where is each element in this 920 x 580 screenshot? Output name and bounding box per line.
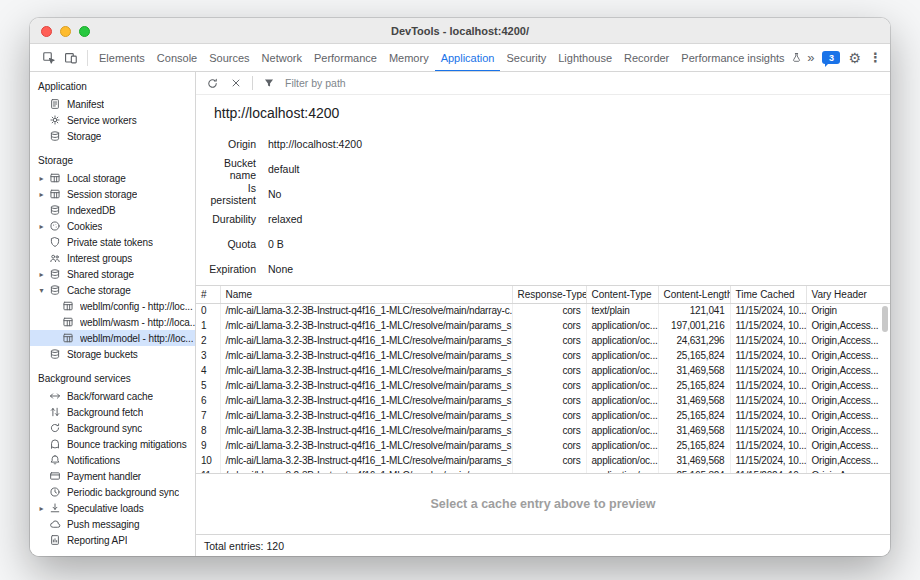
tab-label: Memory xyxy=(389,52,429,64)
table-row[interactable]: 10/mlc-ai/Llama-3.2-3B-Instruct-q4f16_1-… xyxy=(196,453,890,468)
column-header-[interactable]: # xyxy=(196,286,220,303)
column-header-time-cached[interactable]: Time Cached xyxy=(730,286,806,303)
sidebar-item-bounce-tracking-mitigations[interactable]: Bounce tracking mitigations xyxy=(30,436,195,452)
tab-performance[interactable]: Performance xyxy=(308,44,383,72)
sidebar-item-webllm-wasm-http-loca[interactable]: webllm/wasm - http://loca... xyxy=(30,314,195,330)
table-row[interactable]: 9/mlc-ai/Llama-3.2-3B-Instruct-q4f16_1-M… xyxy=(196,438,890,453)
filter-input[interactable]: Filter by path xyxy=(285,77,346,89)
messages-badge[interactable]: 3 xyxy=(822,51,840,64)
clock-icon xyxy=(47,485,62,499)
table-row[interactable]: 6/mlc-ai/Llama-3.2-3B-Instruct-q4f16_1-M… xyxy=(196,393,890,408)
section-title-application: Application xyxy=(30,78,195,96)
column-header-vary-header[interactable]: Vary Header xyxy=(806,286,890,303)
table-scrollbar-thumb[interactable] xyxy=(882,306,888,332)
tab-security[interactable]: Security xyxy=(500,44,552,72)
sidebar-item-periodic-background-sync[interactable]: Periodic background sync xyxy=(30,484,195,500)
chevron-down-icon[interactable]: ▾ xyxy=(36,286,47,295)
document-icon xyxy=(47,97,62,111)
sidebar-item-label: Speculative loads xyxy=(67,503,144,514)
sidebar-item-notifications[interactable]: Notifications xyxy=(30,452,195,468)
database-icon xyxy=(47,347,62,361)
cell-vary-header: Origin,Access... xyxy=(806,423,890,438)
cell-: 8 xyxy=(196,423,220,438)
tab-console[interactable]: Console xyxy=(151,44,203,72)
sidebar-item-background-sync[interactable]: Background sync xyxy=(30,420,195,436)
sidebar-item-background-fetch[interactable]: Background fetch xyxy=(30,404,195,420)
column-header-response-type[interactable]: Response-Type xyxy=(512,286,586,303)
cell-name: /mlc-ai/Llama-3.2-3B-Instruct-q4f16_1-ML… xyxy=(220,303,512,318)
sidebar-item-local-storage[interactable]: ▸Local storage xyxy=(30,170,195,186)
cell-content-length: 24,631,296 xyxy=(658,333,730,348)
tab-sources[interactable]: Sources xyxy=(203,44,255,72)
table-row[interactable]: 11/mlc-ai/Llama-3.2-3B-Instruct-q4f16_1-… xyxy=(196,468,890,473)
chevron-right-icon[interactable]: ▸ xyxy=(36,504,47,513)
cell-content-length: 31,469,568 xyxy=(658,393,730,408)
inspect-element-icon[interactable] xyxy=(38,47,60,69)
sidebar-item-indexeddb[interactable]: IndexedDB xyxy=(30,202,195,218)
cell-time-cached: 11/15/2024, 10... xyxy=(730,423,806,438)
sidebar-item-label: Background sync xyxy=(67,423,142,434)
table-row[interactable]: 5/mlc-ai/Llama-3.2-3B-Instruct-q4f16_1-M… xyxy=(196,378,890,393)
sidebar-item-push-messaging[interactable]: Push messaging xyxy=(30,516,195,532)
table-row[interactable]: 3/mlc-ai/Llama-3.2-3B-Instruct-q4f16_1-M… xyxy=(196,348,890,363)
table-row[interactable]: 0/mlc-ai/Llama-3.2-3B-Instruct-q4f16_1-M… xyxy=(196,303,890,318)
sidebar-item-webllm-model-http-loc[interactable]: webllm/model - http://loc... xyxy=(30,330,195,346)
sidebar-item-storage-buckets[interactable]: Storage buckets xyxy=(30,346,195,362)
delete-selected-icon[interactable] xyxy=(226,74,246,92)
minimize-window-button[interactable] xyxy=(60,26,71,37)
sidebar-item-session-storage[interactable]: ▸Session storage xyxy=(30,186,195,202)
cell-content-length: 25,165,824 xyxy=(658,438,730,453)
devtools-window: DevTools - localhost:4200/ ElementsConso… xyxy=(30,18,890,556)
sidebar-item-private-state-tokens[interactable]: Private state tokens xyxy=(30,234,195,250)
sidebar-item-cookies[interactable]: ▸Cookies xyxy=(30,218,195,234)
sidebar-item-storage[interactable]: Storage xyxy=(30,128,195,144)
tab-application[interactable]: Application xyxy=(435,44,501,72)
chevron-right-icon[interactable]: ▸ xyxy=(36,174,47,183)
cell-time-cached: 11/15/2024, 10... xyxy=(730,438,806,453)
sidebar-item-reporting-api[interactable]: Reporting API xyxy=(30,532,195,548)
cache-toolbar: Filter by path xyxy=(196,72,890,95)
sidebar-item-speculative-loads[interactable]: ▸Speculative loads xyxy=(30,500,195,516)
sidebar-item-label: Storage buckets xyxy=(67,349,138,360)
tab-memory[interactable]: Memory xyxy=(383,44,435,72)
tab-network[interactable]: Network xyxy=(256,44,308,72)
titlebar[interactable]: DevTools - localhost:4200/ xyxy=(30,18,890,44)
settings-gear-icon[interactable]: ⚙ xyxy=(848,51,861,65)
section-title-background-services: Background services xyxy=(30,370,195,388)
column-header-name[interactable]: Name xyxy=(220,286,512,303)
chevron-right-icon[interactable]: ▸ xyxy=(36,222,47,231)
cell-time-cached: 11/15/2024, 10... xyxy=(730,363,806,378)
sidebar-item-service-workers[interactable]: Service workers xyxy=(30,112,195,128)
table-row[interactable]: 7/mlc-ai/Llama-3.2-3B-Instruct-q4f16_1-M… xyxy=(196,408,890,423)
kebab-menu-icon[interactable]: ⋮ xyxy=(869,51,882,64)
chevron-right-icon[interactable]: ▸ xyxy=(36,190,47,199)
cache-entries-table: #NameResponse-TypeContent-TypeContent-Le… xyxy=(196,285,890,473)
more-tabs-button[interactable]: » xyxy=(807,50,814,65)
sidebar-item-label: Reporting API xyxy=(67,535,127,546)
sidebar-item-manifest[interactable]: Manifest xyxy=(30,96,195,112)
column-header-content-type[interactable]: Content-Type xyxy=(586,286,658,303)
database-icon xyxy=(47,267,62,281)
sidebar-item-cache-storage[interactable]: ▾Cache storage xyxy=(30,282,195,298)
column-header-content-length[interactable]: Content-Length xyxy=(658,286,730,303)
table-row[interactable]: 1/mlc-ai/Llama-3.2-3B-Instruct-q4f16_1-M… xyxy=(196,318,890,333)
chevron-right-icon[interactable]: ▸ xyxy=(36,270,47,279)
close-window-button[interactable] xyxy=(41,26,52,37)
table-row[interactable]: 8/mlc-ai/Llama-3.2-3B-Instruct-q4f16_1-M… xyxy=(196,423,890,438)
sidebar-item-webllm-config-http-loc[interactable]: webllm/config - http://loc... xyxy=(30,298,195,314)
cell-response-type: cors xyxy=(512,363,586,378)
refresh-icon[interactable] xyxy=(202,74,222,92)
tab-elements[interactable]: Elements xyxy=(93,44,151,72)
tab-recorder[interactable]: Recorder xyxy=(618,44,675,72)
table-row[interactable]: 4/mlc-ai/Llama-3.2-3B-Instruct-q4f16_1-M… xyxy=(196,363,890,378)
tab-performance-insights[interactable]: Performance insights xyxy=(675,44,807,72)
sidebar-item-interest-groups[interactable]: Interest groups xyxy=(30,250,195,266)
zoom-window-button[interactable] xyxy=(79,26,90,37)
device-toolbar-icon[interactable] xyxy=(60,47,82,69)
table-row[interactable]: 2/mlc-ai/Llama-3.2-3B-Instruct-q4f16_1-M… xyxy=(196,333,890,348)
cell-vary-header: Origin,Access... xyxy=(806,408,890,423)
sidebar-item-payment-handler[interactable]: Payment handler xyxy=(30,468,195,484)
sidebar-item-back-forward-cache[interactable]: Back/forward cache xyxy=(30,388,195,404)
sidebar-item-shared-storage[interactable]: ▸Shared storage xyxy=(30,266,195,282)
tab-lighthouse[interactable]: Lighthouse xyxy=(552,44,618,72)
